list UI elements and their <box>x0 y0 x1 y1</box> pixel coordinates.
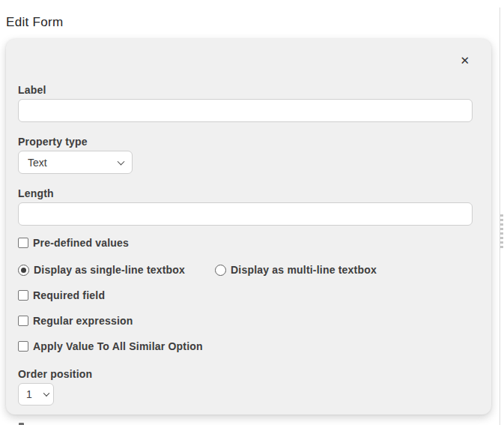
multi-line-radio[interactable] <box>215 265 226 276</box>
predefined-values-checkbox-row[interactable]: Pre-defined values <box>18 237 473 249</box>
order-position-label: Order position <box>18 368 473 380</box>
order-position-select[interactable]: 1 <box>18 383 54 406</box>
resize-handle-icon[interactable] <box>500 214 503 248</box>
required-field-checkbox[interactable] <box>18 290 28 301</box>
multi-line-radio-label: Display as multi-line textbox <box>231 264 377 276</box>
modal-header: ✕ <box>18 54 473 67</box>
required-field-label: Required field <box>33 289 105 301</box>
display-mode-radio-group: Display as single-line textbox Display a… <box>18 264 473 276</box>
regular-expression-checkbox-row[interactable]: Regular expression <box>18 315 473 327</box>
property-type-group: Property type Text <box>18 136 473 174</box>
label-field-group: Label <box>18 84 473 122</box>
length-input[interactable] <box>18 202 473 226</box>
order-position-group: Order position 1 <box>18 368 473 406</box>
label-input[interactable] <box>18 99 473 122</box>
length-field-group: Length <box>18 187 473 226</box>
required-field-checkbox-row[interactable]: Required field <box>18 289 473 301</box>
single-line-radio-row[interactable]: Display as single-line textbox <box>18 264 185 276</box>
label-field-label: Label <box>18 84 473 96</box>
single-line-radio[interactable] <box>18 265 29 276</box>
regular-expression-label: Regular expression <box>33 315 133 327</box>
property-type-label: Property type <box>18 136 473 148</box>
apply-value-checkbox-row[interactable]: Apply Value To All Similar Option <box>18 340 473 352</box>
close-icon[interactable]: ✕ <box>457 54 473 68</box>
predefined-values-checkbox[interactable] <box>18 238 28 248</box>
apply-value-label: Apply Value To All Similar Option <box>33 340 203 352</box>
regular-expression-checkbox[interactable] <box>18 316 28 326</box>
apply-value-checkbox[interactable] <box>18 341 28 352</box>
single-line-radio-label: Display as single-line textbox <box>34 264 185 276</box>
property-type-select[interactable]: Text <box>18 151 133 174</box>
length-field-label: Length <box>18 187 473 199</box>
predefined-values-label: Pre-defined values <box>33 237 129 249</box>
page-title: Edit Form <box>6 15 63 30</box>
edit-form-modal: ✕ Label Property type Text Length Pre-de… <box>6 39 491 415</box>
multi-line-radio-row[interactable]: Display as multi-line textbox <box>215 264 377 276</box>
